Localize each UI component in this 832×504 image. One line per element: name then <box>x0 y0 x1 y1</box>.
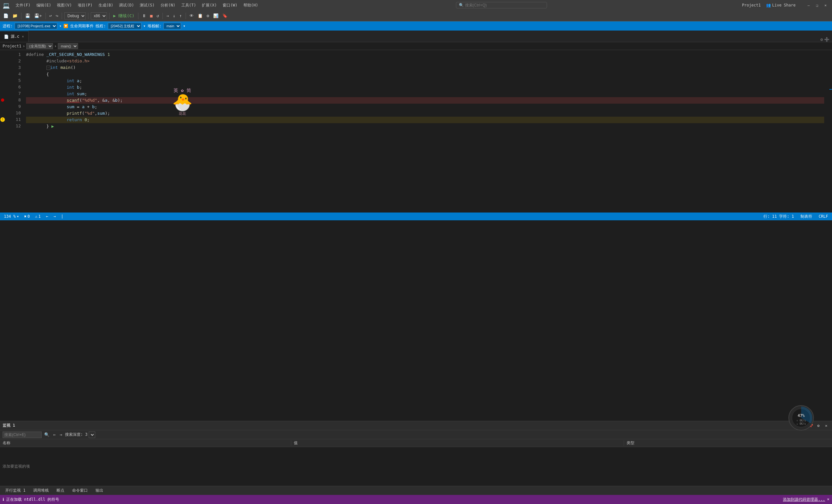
watch-settings-btn[interactable]: ⚙ <box>815 422 822 429</box>
encoding-value: 制表符 <box>801 214 812 219</box>
menu-debug[interactable]: 调试(D) <box>116 1 136 9</box>
vs-logo: 💻 <box>3 2 10 9</box>
main-toolbar: 📄 📁 💾 💾+ ↩ ↪ Debug x86 ▶ 继续(C) ⏸ ■ ↺ → ↓… <box>0 10 832 22</box>
pause-btn[interactable]: ⏸ <box>141 13 148 19</box>
new-file-btn[interactable]: 📄 <box>2 13 10 19</box>
menu-build[interactable]: 生成(B) <box>96 1 116 9</box>
breadcrumb-scope-dropdown[interactable]: (全局范围) <box>26 43 53 49</box>
call-stack-btn[interactable]: 📊 <box>212 13 220 19</box>
watch-depth-dropdown[interactable]: 3 <box>89 431 95 438</box>
menu-file[interactable]: 文件(F) <box>13 1 33 9</box>
warnings-item[interactable]: ⚠ 1 <box>34 214 42 219</box>
step-over-btn[interactable]: → <box>165 13 170 19</box>
menu-help[interactable]: 帮助(H) <box>241 1 261 9</box>
encoding-item[interactable]: 制表符 <box>799 214 813 219</box>
close-button[interactable]: ✕ <box>822 1 829 9</box>
process-dropdown[interactable]: [10708] Project1.exe <box>15 23 57 29</box>
restore-button[interactable]: ❑ <box>813 1 821 9</box>
watch-placeholder[interactable]: 添加要监视的项 <box>3 464 30 469</box>
code-line-9: sum = a + b; <box>26 104 824 110</box>
breakpoint-marker-8 <box>1 99 4 102</box>
live-share-button[interactable]: 👥 Live Share <box>763 2 798 8</box>
notification-close[interactable]: ✕ <box>827 497 829 502</box>
title-bar-right: Project1 👥 Live Share — ❑ ✕ <box>742 1 829 9</box>
line-ending-item[interactable]: CRLF <box>817 214 829 219</box>
autos-btn[interactable]: ⚙ <box>205 13 211 19</box>
code-content[interactable]: #define _CRT_SECURE_NO_WARNINGS 1 #inclu… <box>23 50 827 213</box>
nav-back-btn[interactable]: ← <box>45 214 49 219</box>
stack-dropdown[interactable]: main <box>163 23 181 29</box>
breadcrumb-function-dropdown[interactable]: main() <box>58 43 78 49</box>
undo-btn[interactable]: ↩ <box>48 13 53 19</box>
breadcrumb-sep1: › <box>23 44 25 48</box>
tab-expand-icon[interactable]: ➕ <box>824 37 829 42</box>
title-bar: 💻 文件(F) 编辑(E) 视图(V) 项目(P) 生成(B) 调试(D) 测试… <box>0 0 832 10</box>
error-icon: ✖ <box>24 214 26 219</box>
watch-close-btn[interactable]: ✕ <box>823 422 829 429</box>
breadcrumb-project[interactable]: Project1 <box>3 44 22 48</box>
ln-11: 11 <box>5 116 21 123</box>
debug-tab-output[interactable]: 输出 <box>93 486 106 495</box>
ln-7: 7 <box>5 90 21 97</box>
tab-file-icon: 📄 <box>4 34 9 39</box>
menu-analyze[interactable]: 分析(N) <box>158 1 178 9</box>
menu-tools[interactable]: 工具(T) <box>179 1 199 9</box>
menu-test[interactable]: 测试(S) <box>137 1 157 9</box>
stack-label: 堆栈帧: <box>148 23 161 29</box>
zoom-item[interactable]: 134 % ▾ <box>3 214 20 219</box>
menu-project[interactable]: 项目(P) <box>75 1 95 9</box>
watch-search-btn[interactable]: 🔍 <box>43 431 51 438</box>
ln-4: 4 <box>5 71 21 77</box>
tab-settings-icon[interactable]: ⚙ <box>820 37 823 42</box>
restart-btn[interactable]: ↺ <box>155 13 160 19</box>
nav-split-btn[interactable]: | <box>60 214 65 219</box>
tab-close-btn[interactable]: × <box>21 34 24 39</box>
debug-tab-immediate[interactable]: 命令窗口 <box>70 486 90 495</box>
notification-action[interactable]: 添加到源代码管理器... <box>783 497 825 502</box>
locals-btn[interactable]: 📋 <box>196 13 204 19</box>
position-item[interactable]: 行: 11 字符: 1 <box>762 214 795 219</box>
menu-extensions[interactable]: 扩展(X) <box>199 1 219 9</box>
nav-forward-btn[interactable]: → <box>52 214 57 219</box>
editor-section: 📄 源.c × ⚙ ➕ Project1 › (全局范围) › main() <box>0 30 832 421</box>
debug-tab-callstack[interactable]: 调用堆栈 <box>30 486 51 495</box>
minimize-button[interactable]: — <box>805 1 812 9</box>
global-search-input[interactable] <box>465 3 537 7</box>
global-search-box[interactable]: 🔍 <box>456 2 547 8</box>
menu-view[interactable]: 视图(V) <box>54 1 74 9</box>
watch-search-input[interactable] <box>3 431 42 438</box>
redo-btn[interactable]: ↪ <box>55 13 60 19</box>
stop-btn[interactable]: ■ <box>149 13 154 19</box>
step-out-btn[interactable]: ↑ <box>178 13 183 19</box>
watch-nav-back-btn[interactable]: ← <box>52 431 57 438</box>
breadcrumb-bar: Project1 › (全局范围) › main() <box>0 42 832 50</box>
debug-tab-breakpoints[interactable]: 断点 <box>54 486 67 495</box>
debug-tab-watch[interactable]: 开行监视 1 <box>3 486 28 495</box>
tab-source-c[interactable]: 📄 源.c × <box>0 31 29 42</box>
bookmark-btn[interactable]: 🔖 <box>221 13 229 19</box>
save-btn[interactable]: 💾 <box>24 13 31 19</box>
watch-nav-forward-btn[interactable]: → <box>58 431 64 438</box>
notification-icon: ℹ <box>3 497 4 502</box>
platform-dropdown[interactable]: x86 <box>91 12 107 20</box>
thread-label: 线程: <box>96 23 106 29</box>
event-label: 生命周期事件 <box>70 23 94 29</box>
title-bar-left: 💻 文件(F) 编辑(E) 视图(V) 项目(P) 生成(B) 调试(D) 测试… <box>3 1 261 9</box>
watch-panel: 监视 1 📌 ⚙ ✕ 🔍 ← → 搜索深度: 3 3 名称 值 类型 添加要监视… <box>0 421 832 486</box>
menu-window[interactable]: 窗口(W) <box>220 1 240 9</box>
save-all-btn[interactable]: 💾+ <box>33 13 43 19</box>
bp-slot-7 <box>0 90 5 97</box>
status-left: 134 % ▾ ✖ 0 ⚠ 1 ← → | <box>3 214 65 219</box>
menu-edit[interactable]: 编辑(E) <box>34 1 54 9</box>
ln-12: 12 <box>5 123 21 129</box>
breakpoint-gutter: ! <box>0 50 5 213</box>
open-btn[interactable]: 📁 <box>11 13 19 19</box>
warning-icon: ⚠ <box>35 214 37 219</box>
debug-config-dropdown[interactable]: Debug <box>64 12 86 20</box>
errors-item[interactable]: ✖ 0 <box>23 214 31 219</box>
watch-btn[interactable]: 👁 <box>188 13 195 19</box>
thread-dropdown[interactable]: [20452] 主线程 <box>108 23 141 29</box>
sep5 <box>109 13 109 19</box>
continue-btn[interactable]: ▶ 继续(C) <box>112 12 135 20</box>
step-into-btn[interactable]: ↓ <box>172 13 177 19</box>
